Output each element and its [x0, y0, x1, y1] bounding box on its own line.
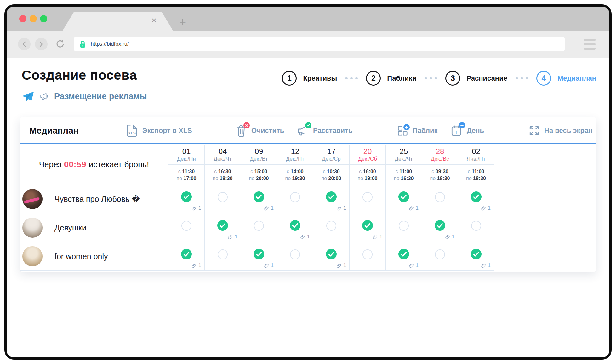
- arrange-button[interactable]: Расставить: [296, 117, 352, 144]
- schedule-cell[interactable]: 1: [385, 242, 422, 270]
- time-from: с 16:30: [205, 168, 241, 175]
- date-day: 09: [241, 147, 277, 156]
- clear-badge-icon: [243, 122, 250, 128]
- back-button[interactable]: [18, 38, 31, 50]
- checkbox-empty: [218, 249, 228, 259]
- new-tab-button[interactable]: +: [179, 16, 186, 28]
- stepper: 1Креативы2Паблики3Расписание4Медиаплан: [282, 71, 596, 86]
- date-column-header: 12Дек./Птс 14:00по 19:30: [277, 145, 313, 185]
- page-title: Создание посева: [22, 68, 137, 83]
- schedule-cell[interactable]: 1: [458, 242, 494, 270]
- url-bar[interactable]: https://bidfox.ru/: [74, 37, 565, 51]
- date-month-weekday: Дек./Сб: [350, 156, 385, 162]
- stepper-step-4[interactable]: 4Медиаплан: [536, 71, 596, 86]
- megaphone-check-icon: [296, 124, 309, 137]
- time-to: по 19:30: [277, 175, 313, 182]
- schedule-cell[interactable]: [422, 242, 458, 270]
- schedule-cell[interactable]: [349, 242, 385, 270]
- date-day: 28: [422, 147, 458, 156]
- telegram-icon: [22, 91, 34, 102]
- date-column-header: 28Дек./Всс 09:30по 18:30: [422, 145, 458, 185]
- date-cell: 20Дек./Сб: [350, 145, 385, 165]
- stepper-step-2[interactable]: 2Паблики: [366, 71, 416, 86]
- schedule-cell[interactable]: [385, 213, 422, 242]
- subtitle-label: Размещение рекламы: [54, 92, 147, 101]
- calendar-plus-icon: 1: [450, 124, 463, 137]
- clear-button[interactable]: Очистить: [235, 117, 284, 144]
- mediaplan-grid: Через 00:59 истекает бронь! 01Дек./Пнс 1…: [20, 145, 494, 271]
- publisher-label-cell: Девушки: [20, 213, 168, 242]
- url-text[interactable]: https://bidfox.ru/: [91, 41, 129, 47]
- lock-icon: [79, 40, 86, 48]
- schedule-cell[interactable]: 1: [241, 185, 277, 213]
- schedule-cell[interactable]: [204, 242, 241, 270]
- schedule-cell[interactable]: [422, 185, 458, 213]
- schedule-cell[interactable]: 1: [204, 213, 241, 242]
- table-row: Чувства про Любовь �11111: [20, 185, 494, 213]
- forward-button[interactable]: [35, 38, 48, 50]
- checkbox-empty: [362, 192, 373, 202]
- tab-close-icon[interactable]: ×: [151, 15, 157, 26]
- minimize-window-button[interactable]: [30, 15, 37, 22]
- browser-navbar: https://bidfox.ru/: [7, 31, 609, 58]
- schedule-cell[interactable]: 1: [241, 242, 277, 270]
- add-day-button[interactable]: 1 День: [450, 117, 484, 144]
- schedule-cell[interactable]: 1: [168, 185, 204, 213]
- reload-button[interactable]: [54, 38, 66, 50]
- stepper-step-1[interactable]: 1Креативы: [282, 71, 337, 86]
- browser-tab[interactable]: ×: [63, 12, 173, 31]
- schedule-cell[interactable]: [458, 213, 494, 242]
- add-public-button[interactable]: Паблик: [396, 117, 438, 144]
- trash-icon: [235, 124, 247, 137]
- schedule-cell[interactable]: [204, 185, 241, 213]
- fullscreen-button[interactable]: На весь экран: [528, 117, 592, 144]
- check-icon: [398, 191, 409, 202]
- schedule-cell[interactable]: [277, 242, 313, 270]
- attachment-count: 1: [307, 234, 310, 240]
- attachment-badge: 1: [264, 205, 274, 211]
- date-cell: 25Дек./Чт: [386, 145, 422, 165]
- date-cell: 02Янв./Пт: [458, 145, 494, 165]
- day-plus-icon: [459, 122, 465, 128]
- chevron-right-icon: [39, 41, 44, 48]
- check-icon: [254, 249, 264, 259]
- menu-button[interactable]: [584, 39, 596, 50]
- schedule-cell[interactable]: 1: [385, 185, 422, 213]
- attachment-badge: 1: [191, 263, 201, 268]
- xls-file-icon: XLS: [126, 124, 138, 138]
- day-label: День: [467, 127, 484, 135]
- attachment-count: 1: [271, 205, 274, 211]
- stepper-step-3[interactable]: 3Расписание: [445, 71, 507, 86]
- time-from: с 11:00: [458, 168, 494, 175]
- date-cell: 12Дек./Пт: [277, 145, 313, 165]
- date-column-header: 01Дек./Пнс 11:30по 17:00: [168, 145, 204, 185]
- schedule-cell[interactable]: 1: [313, 185, 349, 213]
- schedule-cell[interactable]: [277, 185, 313, 213]
- schedule-cell[interactable]: 1: [458, 185, 494, 213]
- time-from: с 11:30: [168, 168, 204, 175]
- schedule-cell[interactable]: [313, 213, 349, 242]
- schedule-cell[interactable]: 1: [277, 213, 313, 242]
- checkbox-empty: [362, 249, 373, 259]
- schedule-cell[interactable]: [349, 185, 385, 213]
- schedule-cell[interactable]: 1: [168, 242, 204, 270]
- maximize-window-button[interactable]: [40, 15, 47, 22]
- schedule-cell[interactable]: 1: [313, 242, 349, 270]
- export-xls-button[interactable]: XLS Экспорт в XLS: [126, 117, 192, 144]
- xls-badge-text: XLS: [128, 131, 136, 135]
- time-to: по 19:30: [205, 175, 241, 182]
- date-month-weekday: Дек./Пн: [168, 156, 204, 162]
- step-number: 4: [536, 71, 551, 86]
- check-icon: [398, 249, 409, 259]
- attachment-count: 1: [488, 263, 491, 268]
- schedule-cell[interactable]: 1: [349, 213, 385, 242]
- time-range-cell: с 09:30по 18:30: [422, 165, 458, 185]
- schedule-cell[interactable]: [241, 213, 277, 242]
- booking-countdown: 00:59: [64, 160, 87, 169]
- close-window-button[interactable]: [19, 15, 26, 22]
- schedule-cell[interactable]: [168, 213, 204, 242]
- schedule-cell[interactable]: 1: [422, 213, 458, 242]
- time-from: с 11:00: [386, 168, 422, 175]
- publisher-name: for women only: [54, 252, 108, 261]
- arrange-badge-icon: [305, 122, 311, 128]
